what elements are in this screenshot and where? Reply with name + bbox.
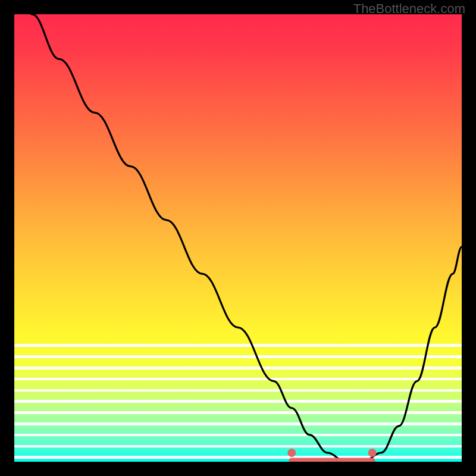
curve-svg: [14, 14, 462, 462]
chart-frame: TheBottleneck.com: [0, 0, 476, 476]
marker-flat-start: [287, 449, 296, 457]
marker-flat-end: [368, 449, 377, 457]
bottleneck-curve: [14, 14, 462, 462]
curve-markers: [287, 449, 376, 457]
plot-area: [14, 14, 462, 462]
